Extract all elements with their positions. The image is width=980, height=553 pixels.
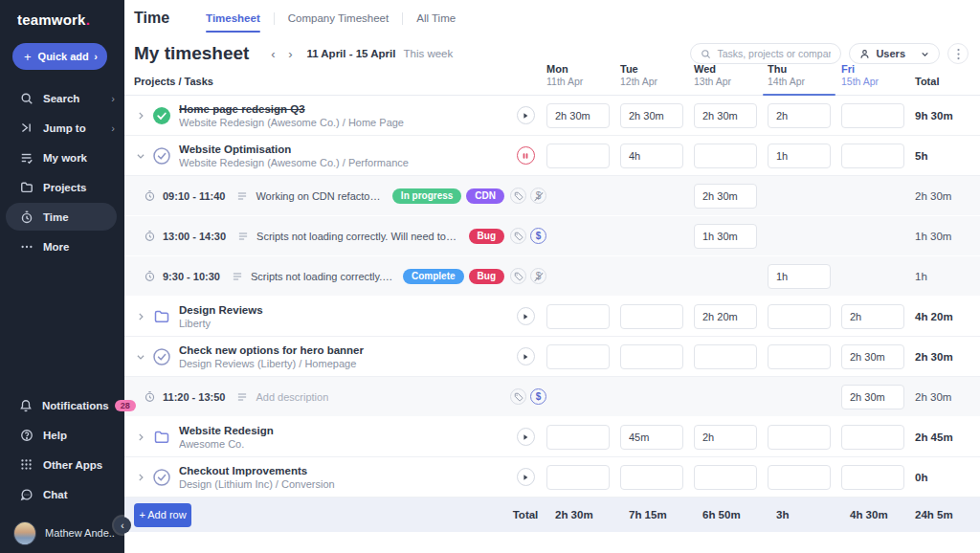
sidebar-item-chat[interactable]: Chat: [0, 479, 124, 509]
start-timer-button[interactable]: [517, 106, 535, 124]
sidebar-item-projects[interactable]: Projects: [0, 172, 124, 202]
search-box[interactable]: [690, 43, 841, 64]
quick-add-button[interactable]: + Quick add ›: [12, 43, 107, 70]
time-cell-input-thu[interactable]: [768, 304, 831, 329]
status-badge[interactable]: Complete: [403, 269, 464, 284]
row-breadcrumb[interactable]: Design Reviews (Liberty) / Homepage: [179, 358, 364, 369]
this-week-link[interactable]: This week: [403, 48, 453, 59]
time-cell-input-tue[interactable]: [620, 344, 683, 369]
teamwork-logo[interactable]: teamwork.: [0, 0, 124, 28]
sidebar-item-time[interactable]: Time: [0, 202, 124, 232]
row-breadcrumb[interactable]: Website Redesign (Awesome Co.) / Perform…: [179, 157, 409, 168]
tag-icon[interactable]: [510, 268, 526, 284]
time-cell-input-wed[interactable]: [694, 144, 757, 168]
user-profile[interactable]: Mathew Ande...: [0, 519, 124, 547]
time-cell-input-wed[interactable]: [694, 344, 757, 369]
time-cell-input-mon[interactable]: [546, 465, 610, 490]
tag-icon[interactable]: [510, 188, 526, 204]
sidebar-item-my-work[interactable]: My work: [0, 143, 124, 172]
pause-timer-button[interactable]: [517, 146, 535, 165]
time-cell-input-mon[interactable]: [546, 344, 610, 369]
time-cell-input-fri[interactable]: [841, 465, 904, 490]
row-title[interactable]: Website Redesign: [179, 425, 274, 436]
users-filter-dropdown[interactable]: Users: [849, 43, 940, 64]
time-cell-input-mon[interactable]: [546, 304, 610, 329]
status-badge[interactable]: CDN: [466, 188, 504, 204]
day-column-header-mon[interactable]: Mon 11th Apr: [546, 63, 620, 87]
time-cell-input-thu[interactable]: [768, 425, 831, 450]
entry-description[interactable]: Working on CDN refactoring: [256, 190, 382, 202]
start-timer-button[interactable]: [517, 347, 535, 365]
time-cell-input-tue[interactable]: [620, 103, 683, 128]
folder-icon[interactable]: [153, 308, 170, 325]
entry-description[interactable]: Scripts not loading correctly. Will need…: [251, 271, 393, 282]
sidebar-item-help[interactable]: Help: [0, 420, 124, 450]
entry-description[interactable]: Scripts not loading correctly. Will need…: [256, 231, 459, 242]
time-cell-input-fri[interactable]: [841, 344, 904, 369]
sidebar-item-more[interactable]: More: [0, 232, 124, 261]
time-cell-input-thu[interactable]: [768, 144, 831, 168]
time-cell-input-tue[interactable]: [620, 144, 683, 168]
add-row-button[interactable]: + Add row: [134, 503, 191, 527]
time-cell-input-wed[interactable]: [694, 103, 757, 128]
tab-timesheet[interactable]: Timesheet: [192, 6, 274, 31]
time-cell-input-wed[interactable]: [694, 465, 757, 490]
time-cell-input-wed[interactable]: [694, 425, 757, 450]
folder-icon[interactable]: [153, 429, 170, 446]
time-cell-input-tue[interactable]: [620, 465, 683, 490]
expand-row-button[interactable]: [134, 151, 147, 161]
time-entry-input-thu[interactable]: [768, 264, 831, 289]
status-badge[interactable]: Bug: [469, 229, 504, 244]
status-badge[interactable]: Bug: [469, 269, 504, 284]
tag-icon[interactable]: [510, 228, 526, 244]
time-cell-input-fri[interactable]: [841, 425, 904, 450]
prev-week-button[interactable]: ‹: [264, 45, 281, 62]
sidebar-item-search[interactable]: Search ›: [0, 83, 124, 113]
search-input[interactable]: [717, 48, 831, 59]
sidebar-item-notifications[interactable]: Notifications 28: [0, 390, 124, 420]
time-cell-input-wed[interactable]: [694, 304, 757, 329]
time-cell-input-fri[interactable]: [841, 103, 904, 128]
day-column-header-wed[interactable]: Wed 13th Apr: [694, 63, 768, 87]
time-cell-input-mon[interactable]: [546, 425, 610, 450]
sidebar-item-jump-to[interactable]: Jump to ›: [0, 113, 124, 143]
time-cell-input-fri[interactable]: [841, 144, 904, 168]
row-breadcrumb[interactable]: Website Redesign (Awesome Co.) / Home Pa…: [179, 117, 404, 128]
tab-company-timesheet[interactable]: Company Timesheet: [275, 6, 402, 31]
time-cell-input-thu[interactable]: [768, 103, 831, 128]
check-outline-icon[interactable]: [153, 469, 170, 486]
row-breadcrumb[interactable]: Awesome Co.: [179, 438, 274, 450]
time-cell-input-fri[interactable]: [841, 304, 904, 329]
expand-row-button[interactable]: [134, 432, 147, 442]
check-outline-icon[interactable]: [153, 348, 170, 365]
row-title[interactable]: Checkout Improvements: [179, 465, 307, 476]
time-entry-input-wed[interactable]: [694, 184, 757, 209]
sidebar-item-other-apps[interactable]: Other Apps: [0, 450, 124, 479]
billable-icon[interactable]: $: [530, 228, 546, 244]
time-cell-input-thu[interactable]: [768, 465, 831, 490]
sidebar-collapse-button[interactable]: ‹: [114, 517, 131, 534]
next-week-button[interactable]: ›: [281, 45, 299, 62]
tab-all-time[interactable]: All Time: [403, 6, 469, 31]
non-billable-icon[interactable]: $: [530, 268, 546, 284]
billable-icon[interactable]: $: [530, 388, 546, 405]
expand-row-button[interactable]: [134, 111, 147, 121]
start-timer-button[interactable]: [517, 307, 535, 325]
check-outline-icon[interactable]: [153, 147, 170, 165]
day-column-header-fri[interactable]: Fri 15th Apr: [841, 63, 915, 87]
row-title[interactable]: Check new options for hero banner: [179, 344, 364, 356]
time-cell-input-mon[interactable]: [546, 144, 610, 168]
row-title[interactable]: Home page redesign Q3: [179, 103, 305, 115]
time-entry-input-fri[interactable]: [841, 385, 904, 409]
more-options-button[interactable]: [947, 43, 969, 64]
row-title[interactable]: Website Optimisation: [179, 144, 291, 155]
time-cell-input-tue[interactable]: [620, 304, 683, 329]
start-timer-button[interactable]: [517, 428, 535, 446]
day-column-header-tue[interactable]: Tue 12th Apr: [620, 63, 694, 87]
entry-description-placeholder[interactable]: Add description: [256, 391, 328, 403]
status-badge[interactable]: In progress: [392, 188, 461, 204]
day-column-header-thu[interactable]: Thu 14th Apr: [768, 63, 841, 87]
time-cell-input-mon[interactable]: [546, 103, 610, 128]
expand-row-button[interactable]: [134, 473, 147, 482]
tag-icon[interactable]: [510, 388, 526, 405]
